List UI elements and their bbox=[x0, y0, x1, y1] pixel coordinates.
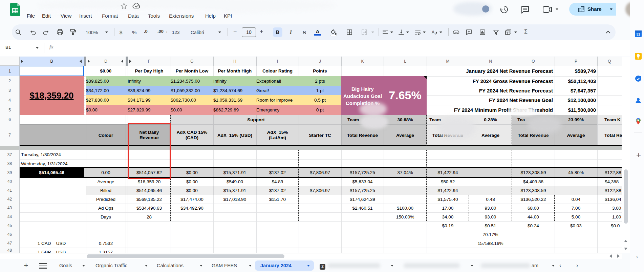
spreadsheet-grid[interactable]: $18,359.20Big HairyAudacious GoalComplet… bbox=[0, 57, 622, 253]
cell-I40[interactable]: $4.89 bbox=[256, 177, 299, 186]
cell-Q43[interactable]: 3.00 bbox=[597, 204, 622, 212]
cell-Q6[interactable]: Team K bbox=[597, 115, 622, 124]
cell-J1[interactable]: Points bbox=[299, 66, 341, 76]
horizontal-align-caret[interactable] bbox=[390, 32, 393, 33]
calendar-icon[interactable]: 31 bbox=[635, 30, 642, 38]
sheet-tab-caret[interactable] bbox=[552, 265, 555, 267]
cell-P43[interactable]: 7.00 bbox=[555, 204, 597, 212]
meet-camera-icon[interactable] bbox=[542, 5, 553, 14]
sheet-tab-calculations[interactable]: Calculations bbox=[157, 262, 184, 269]
cell-P39[interactable]: 45.80% bbox=[555, 168, 597, 177]
row-header-7[interactable]: 7 bbox=[0, 124, 19, 146]
cell-F4[interactable]: $34,171.99 bbox=[128, 95, 171, 105]
cell-M40[interactable]: $50.82 bbox=[427, 177, 469, 186]
column-header-F[interactable]: F bbox=[128, 57, 171, 66]
text-wrap-caret[interactable] bbox=[423, 32, 426, 33]
format-currency-button[interactable]: $ bbox=[120, 29, 122, 35]
insert-link-icon[interactable] bbox=[453, 29, 459, 36]
vertical-scroll-up-button[interactable] bbox=[624, 240, 627, 242]
menu-kpi[interactable]: KPI bbox=[224, 12, 232, 20]
cell-N43[interactable]: 93.00 bbox=[469, 204, 512, 212]
cell-F5[interactable]: $27,829.99 bbox=[128, 105, 171, 115]
cell-F44[interactable]: 28 bbox=[128, 212, 171, 221]
filter-icon[interactable] bbox=[493, 29, 499, 36]
row-header-1[interactable]: 1 bbox=[0, 66, 19, 76]
cell-N44[interactable]: 93.00 bbox=[469, 212, 512, 221]
cell-G39[interactable]: $0.00 bbox=[171, 168, 213, 177]
cell-D7[interactable]: Colour bbox=[86, 124, 126, 146]
column-header-Q[interactable]: Q bbox=[597, 57, 622, 66]
row-header-45[interactable]: 45 bbox=[0, 221, 19, 230]
cell-D40[interactable]: Average bbox=[86, 177, 126, 186]
cell-G3[interactable]: $1,059,332.00 bbox=[171, 86, 213, 95]
cell-N47[interactable]: 157588.16% bbox=[469, 239, 512, 248]
cell-O40[interactable]: $4,403.88 bbox=[512, 177, 555, 186]
font-name-select[interactable]: Calibri bbox=[191, 30, 212, 35]
column-header-K[interactable]: K bbox=[341, 57, 384, 66]
side-panel-collapse-chevron[interactable]: › bbox=[636, 253, 642, 260]
print-icon[interactable] bbox=[57, 29, 63, 36]
cell-J4[interactable]: 0.5 pt bbox=[299, 95, 341, 105]
cell-M43[interactable]: 17.00 bbox=[427, 204, 469, 212]
cell-F41[interactable]: $514,065.46 bbox=[128, 186, 171, 195]
row-header-2[interactable]: 2 bbox=[0, 76, 19, 86]
sheet-tab-caret[interactable] bbox=[249, 265, 252, 267]
paint-format-icon[interactable] bbox=[69, 29, 76, 36]
cell-J3[interactable]: 1 pt bbox=[299, 86, 341, 95]
cell-M39[interactable]: $1,422.94 bbox=[427, 168, 469, 177]
cell-J7[interactable]: Starter TC bbox=[299, 124, 341, 146]
row-header-48[interactable]: 48 bbox=[0, 248, 19, 253]
cell-Q39[interactable]: $122,88 bbox=[597, 168, 622, 177]
increase-decimal-button[interactable]: .00→ bbox=[157, 29, 168, 34]
format-percent-button[interactable]: % bbox=[132, 29, 136, 35]
cell-D4[interactable]: $27,830.00 bbox=[86, 95, 126, 105]
cell-D47[interactable]: 0.7532 bbox=[86, 239, 126, 248]
cell-K42[interactable]: $174,624.39 bbox=[341, 195, 384, 204]
insert-chart-icon[interactable] bbox=[479, 29, 486, 36]
cell-Q45[interactable]: $0.0 bbox=[597, 221, 622, 230]
unhide-column-C-arrow[interactable] bbox=[80, 60, 82, 63]
vertical-scroll-down-button[interactable] bbox=[624, 248, 627, 250]
forecast-label-3[interactable]: FY 2024 Net Revenue Forecast bbox=[372, 86, 553, 95]
menu-file[interactable]: File bbox=[27, 12, 35, 20]
toolbar-collapse-icon[interactable] bbox=[605, 30, 611, 34]
cell-K41[interactable]: $157,725.25 bbox=[341, 186, 384, 195]
cell-K43[interactable]: $2,460.51 bbox=[341, 204, 384, 212]
cell-H7[interactable]: AdX 15% (USD) bbox=[213, 124, 256, 146]
merge-dropdown-caret[interactable] bbox=[371, 32, 374, 33]
text-rotation-icon[interactable]: A bbox=[431, 29, 438, 36]
cell-Q44[interactable]: 1.00 bbox=[597, 212, 622, 221]
search-icon[interactable] bbox=[15, 29, 22, 36]
column-header-I[interactable]: I bbox=[256, 57, 299, 66]
column-header-J[interactable]: J bbox=[299, 57, 341, 66]
cell-F2[interactable]: Infinity bbox=[128, 76, 171, 86]
sheet-tab-january-2024[interactable]: January 2024 bbox=[260, 262, 292, 269]
cell-B2-big-number[interactable]: $18,359.20 bbox=[19, 76, 84, 115]
font-size-input[interactable]: 10 bbox=[242, 27, 256, 37]
cell-G40[interactable]: $0.00 bbox=[171, 177, 213, 186]
name-box-caret[interactable] bbox=[36, 47, 39, 49]
tab-scroll-right[interactable]: › bbox=[576, 262, 578, 269]
cell-I41[interactable]: $137.02 bbox=[256, 186, 299, 195]
comment-history-icon[interactable] bbox=[520, 5, 530, 14]
version-history-icon[interactable] bbox=[499, 5, 509, 14]
cell-J2[interactable]: 2 pts bbox=[299, 76, 341, 86]
cell-D39[interactable]: 0.00 bbox=[86, 168, 126, 177]
merge-cells-icon[interactable] bbox=[361, 29, 368, 36]
sheet-tab-caret[interactable] bbox=[145, 265, 148, 267]
star-icon[interactable] bbox=[121, 3, 127, 9]
horizontal-scroll-left-button[interactable] bbox=[609, 254, 612, 258]
strikethrough-button[interactable]: S bbox=[301, 29, 307, 35]
horizontal-scrollbar-thumb[interactable] bbox=[87, 254, 284, 258]
keep-icon[interactable] bbox=[635, 53, 642, 60]
cell-G4[interactable]: $862,730.00 bbox=[171, 95, 213, 105]
sheet-tab-gam-fees[interactable]: GAM FEES bbox=[212, 262, 237, 269]
cell-P42[interactable]: 0.04 bbox=[555, 195, 597, 204]
google-sheets-logo[interactable] bbox=[9, 3, 21, 16]
select-all-corner[interactable] bbox=[0, 57, 19, 66]
cell-D48[interactable]: 1.3157 bbox=[86, 248, 126, 253]
cell-N42[interactable]: 0.48 bbox=[469, 195, 512, 204]
cell-F42[interactable]: $569,135.22 bbox=[128, 195, 171, 204]
forecast-value-2[interactable]: $52,112,403 bbox=[555, 76, 596, 86]
cell-D44[interactable]: Days bbox=[86, 212, 126, 221]
